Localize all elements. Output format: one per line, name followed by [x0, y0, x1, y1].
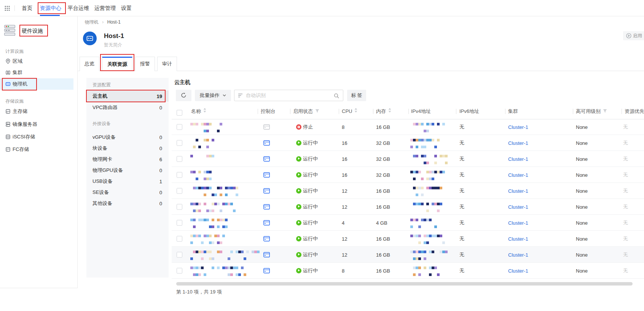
vm-ipv4-redacted — [410, 184, 445, 198]
refresh-button[interactable] — [176, 90, 191, 101]
select-all-checkbox[interactable] — [177, 110, 182, 116]
col-header-CPU[interactable]: CPU — [342, 106, 357, 119]
vm-cluster-link[interactable]: Cluster-1 — [508, 220, 528, 225]
vm-cluster-link[interactable]: Cluster-1 — [508, 140, 528, 146]
nav-divider — [14, 5, 15, 11]
tab-报警[interactable]: 报警 — [135, 57, 155, 71]
row-checkbox[interactable] — [177, 156, 182, 162]
main-content: 物理机 › Host-1 Host-1 暂无简介 启用 总览关联资源报警审计 资… — [78, 16, 644, 311]
page-subtitle: 暂无简介 — [104, 42, 122, 48]
nav-item-设置[interactable]: 设置 — [121, 0, 132, 16]
sidebar-item-FC存储[interactable]: FC存储 — [0, 144, 73, 155]
console-icon[interactable] — [263, 268, 270, 273]
search-placeholder: 自动识别 — [246, 90, 266, 101]
sidebar-item-镜像服务器[interactable]: 镜像服务器 — [0, 119, 73, 130]
app-launcher-icon[interactable] — [5, 6, 10, 11]
sidebar-item-iSCSI存储[interactable]: iSCSI存储 — [0, 131, 73, 143]
console-icon[interactable] — [263, 204, 270, 209]
vm-cluster-link[interactable]: Cluster-1 — [508, 124, 528, 130]
console-icon[interactable] — [263, 220, 270, 225]
console-icon[interactable] — [263, 156, 270, 162]
table-row-9[interactable]: 运行中1216 GB无Cluster-1None无 — [172, 247, 644, 263]
panel-item-vGPU设备[interactable]: vGPU设备0 — [86, 132, 169, 143]
console-icon[interactable] — [263, 252, 270, 257]
col-header-控制台[interactable]: 控制台 — [261, 106, 276, 119]
tag-button[interactable]: 标签 — [347, 90, 366, 101]
row-checkbox[interactable] — [177, 268, 182, 273]
vm-name-redacted — [190, 152, 217, 166]
sidebar-item-集群[interactable]: 集群 — [0, 67, 73, 78]
vm-cluster-link[interactable]: Cluster-1 — [508, 156, 528, 162]
vm-cluster-link[interactable]: Cluster-1 — [508, 236, 528, 241]
row-checkbox[interactable] — [177, 188, 182, 194]
row-checkbox[interactable] — [177, 140, 182, 146]
sidebar-item-区域[interactable]: 区域 — [0, 56, 73, 67]
vm-cluster-link[interactable]: Cluster-1 — [508, 268, 528, 273]
console-icon[interactable] — [263, 124, 270, 130]
panel-item-USB设备[interactable]: USB设备1 — [86, 176, 169, 187]
horizontal-scrollbar[interactable] — [176, 282, 633, 286]
table-row-1[interactable]: 停止816 GB无Cluster-1None无 — [172, 119, 644, 135]
panel-item-SE设备[interactable]: SE设备0 — [86, 187, 169, 198]
tab-审计[interactable]: 审计 — [157, 57, 177, 71]
vm-ipv4-redacted — [410, 232, 446, 246]
col-header-内存[interactable]: 内存 — [376, 106, 391, 119]
vm-ipv6: 无 — [459, 219, 464, 226]
col-header-集群[interactable]: 集群 — [508, 106, 518, 119]
running-icon — [296, 156, 301, 162]
console-icon[interactable] — [263, 172, 270, 178]
table-row-7[interactable]: 运行中44 GB无Cluster-1None无 — [172, 215, 644, 231]
table-row-2[interactable]: 运行中1632 GB无Cluster-1None无 — [172, 135, 644, 151]
vm-cluster-link[interactable]: Cluster-1 — [508, 204, 528, 209]
console-icon[interactable] — [263, 188, 270, 194]
bulk-actions-button[interactable]: 批量操作 — [195, 90, 231, 101]
col-header-IPv4地址[interactable]: IPv4地址 — [411, 106, 431, 119]
row-checkbox[interactable] — [177, 124, 182, 130]
vm-cluster-link[interactable]: Cluster-1 — [508, 172, 528, 178]
sidebar-item-物理机[interactable]: 物理机 — [0, 78, 73, 90]
vm-cpu: 12 — [342, 252, 347, 257]
nav-item-首页[interactable]: 首页 — [22, 0, 32, 16]
col-header-启用状态[interactable]: 启用状态 — [293, 106, 319, 119]
row-checkbox[interactable] — [177, 252, 182, 257]
console-icon[interactable] — [263, 236, 270, 241]
vm-name-redacted — [190, 200, 236, 214]
nav-item-运营管理[interactable]: 运营管理 — [94, 0, 116, 16]
col-header-IPv6地址[interactable]: IPv6地址 — [459, 106, 479, 119]
table-row-6[interactable]: 运行中1216 GB无Cluster-1None无 — [172, 199, 644, 215]
panel-item-块设备[interactable]: 块设备0 — [86, 143, 169, 154]
vm-ipv6: 无 — [459, 124, 464, 130]
panel-item-其他设备[interactable]: 其他设备0 — [86, 198, 169, 209]
col-header-名称[interactable]: 名称 — [191, 106, 206, 119]
panel-item-物理GPU设备[interactable]: 物理GPU设备0 — [86, 165, 169, 176]
enable-button[interactable]: 启用 — [623, 31, 644, 40]
table-row-3[interactable]: 运行中1632 GB无Cluster-1None无 — [172, 151, 644, 167]
vm-ha-level: None — [576, 124, 588, 130]
table-row-8[interactable]: 运行中1216 GB无Cluster-1None无 — [172, 231, 644, 247]
vm-ha-level: None — [576, 204, 588, 209]
table-row-10[interactable]: 运行中816 GB无Cluster-1None无 — [172, 263, 644, 279]
panel-item-云主机[interactable]: 云主机19 — [86, 90, 169, 102]
sidebar-item-主存储[interactable]: 主存储 — [0, 106, 73, 117]
console-icon[interactable] — [263, 140, 270, 146]
tab-总览[interactable]: 总览 — [80, 57, 99, 71]
table-row-5[interactable]: 运行中1216 GB无Cluster-1None无 — [172, 183, 644, 199]
panel-item-物理网卡[interactable]: 物理网卡6 — [86, 154, 169, 165]
col-header-高可用级别[interactable]: 高可用级别 — [576, 106, 607, 119]
row-checkbox[interactable] — [177, 220, 182, 225]
table-row-4[interactable]: 运行中1632 GB无Cluster-1None无 — [172, 167, 644, 183]
tab-关联资源[interactable]: 关联资源 — [102, 57, 132, 71]
running-icon — [296, 140, 301, 146]
vm-cluster-link[interactable]: Cluster-1 — [508, 252, 528, 257]
nav-item-资源中心[interactable]: 资源中心 — [40, 0, 61, 16]
vm-cluster-link[interactable]: Cluster-1 — [508, 188, 528, 194]
search-icon[interactable] — [334, 93, 339, 98]
nav-item-平台运维[interactable]: 平台运维 — [68, 0, 89, 16]
row-checkbox[interactable] — [177, 172, 182, 178]
panel-item-VPC路由器[interactable]: VPC路由器0 — [86, 102, 169, 113]
row-checkbox[interactable] — [177, 204, 182, 209]
col-header-资源优先级[interactable]: 资源优先级 — [625, 106, 644, 119]
search-input[interactable]: 自动识别 — [234, 90, 343, 101]
row-checkbox[interactable] — [177, 236, 182, 241]
breadcrumb-parent[interactable]: 物理机 — [85, 19, 99, 25]
